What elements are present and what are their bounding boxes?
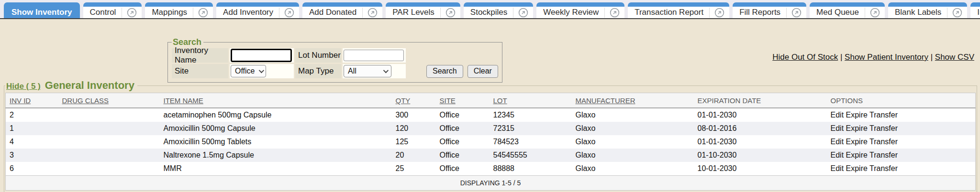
tab-blank-labels[interactable]: Blank Labels bbox=[888, 2, 967, 18]
col-header-options: OPTIONS bbox=[827, 93, 976, 108]
site-select[interactable]: Office bbox=[231, 65, 266, 77]
cell-inv-id: 1 bbox=[6, 122, 58, 135]
col-header-label: EXPIRATION DATE bbox=[698, 96, 761, 105]
map-type-select[interactable]: All bbox=[344, 65, 391, 77]
inventory-app: Show InventoryControlMappingsAdd Invento… bbox=[0, 0, 980, 192]
tab-mappings[interactable]: Mappings bbox=[145, 2, 213, 18]
search-button[interactable]: Search bbox=[426, 65, 463, 78]
transfer-action[interactable]: Transfer bbox=[869, 151, 898, 159]
show-patient-inventory-link[interactable]: Show Patient Inventory bbox=[845, 53, 928, 62]
tab-add-inventory[interactable]: Add Inventory bbox=[216, 2, 299, 18]
map-type-select-value: All bbox=[348, 67, 356, 75]
inventory-row: 2acetaminophen 500mg Capsule300Office123… bbox=[6, 108, 976, 122]
cell-drug-class bbox=[58, 108, 160, 122]
inventory-name-label: Inventory Name bbox=[172, 48, 228, 63]
cell-item-name: Naltrexone 1.5mg Capsule bbox=[160, 149, 392, 162]
transfer-action[interactable]: Transfer bbox=[869, 124, 898, 132]
cell-drug-class bbox=[58, 162, 160, 176]
edit-action[interactable]: Edit bbox=[831, 124, 844, 132]
tab-label: Stockpiles bbox=[470, 8, 507, 17]
edit-action[interactable]: Edit bbox=[831, 138, 844, 146]
cell-drug-class bbox=[58, 122, 160, 135]
col-header-drug-class[interactable]: DRUG CLASS bbox=[58, 93, 160, 108]
col-header-qty[interactable]: QTY bbox=[392, 93, 436, 108]
open-in-new-icon[interactable] bbox=[279, 8, 294, 18]
tab-import[interactable]: Import bbox=[970, 2, 980, 18]
col-header-site[interactable]: SITE bbox=[436, 93, 490, 108]
tab-transaction-report[interactable]: Transaction Report bbox=[628, 2, 729, 18]
tab-med-queue[interactable]: Med Queue bbox=[810, 2, 885, 18]
col-header-label: ITEM NAME bbox=[164, 96, 203, 105]
open-in-new-icon[interactable] bbox=[604, 8, 620, 18]
open-in-new-icon[interactable] bbox=[947, 8, 962, 18]
cell-site: Office bbox=[436, 149, 490, 162]
cell-inv-id: 2 bbox=[6, 108, 58, 122]
search-form: Inventory Name Lot Number Site Office Ma… bbox=[172, 48, 498, 78]
inventory-name-input[interactable] bbox=[231, 49, 292, 62]
cell-item-name: Amoxicillin 500mg Capsule bbox=[160, 122, 392, 135]
tab-label: Control bbox=[90, 8, 116, 17]
open-in-new-icon[interactable] bbox=[193, 8, 208, 18]
show-csv-link[interactable]: Show CSV bbox=[935, 53, 974, 62]
open-in-new-icon[interactable] bbox=[786, 8, 802, 18]
inventory-panel: Hide ( 5 ) General Inventory INV IDDRUG … bbox=[4, 79, 977, 192]
col-header-item-name[interactable]: ITEM NAME bbox=[160, 93, 392, 108]
open-in-new-icon[interactable] bbox=[440, 8, 456, 18]
expire-action[interactable]: Expire bbox=[846, 151, 868, 159]
tab-show-inventory[interactable]: Show Inventory bbox=[4, 2, 80, 18]
col-header-inv-id[interactable]: INV ID bbox=[6, 93, 58, 108]
open-in-new-icon[interactable] bbox=[709, 8, 724, 18]
expire-action[interactable]: Expire bbox=[846, 111, 868, 119]
tab-add-donated[interactable]: Add Donated bbox=[302, 2, 382, 18]
inventory-header-row: INV IDDRUG CLASSITEM NAMEQTYSITELOTMANUF… bbox=[6, 93, 976, 108]
col-header-manufacturer[interactable]: MANUFACTURER bbox=[572, 93, 694, 108]
tab-control[interactable]: Control bbox=[83, 2, 142, 18]
col-header-expiration-date: EXPIRATION DATE bbox=[694, 93, 827, 108]
inventory-table: INV IDDRUG CLASSITEM NAMEQTYSITELOTMANUF… bbox=[5, 93, 976, 191]
content: Search Inventory Name Lot Number Site Of… bbox=[0, 19, 980, 191]
transfer-action[interactable]: Transfer bbox=[869, 164, 898, 172]
hide-link[interactable]: Hide ( 5 ) bbox=[6, 82, 41, 91]
cell-options: Edit Expire Transfer bbox=[827, 162, 976, 176]
cell-manufacturer: Glaxo bbox=[572, 162, 694, 176]
site-select-value: Office bbox=[235, 67, 255, 75]
tab-fill-reports[interactable]: Fill Reports bbox=[733, 2, 806, 18]
edit-action[interactable]: Edit bbox=[831, 164, 844, 172]
open-in-new-icon[interactable] bbox=[362, 8, 378, 18]
cell-expiration-date: 08-01-2016 bbox=[694, 122, 827, 135]
tab-par-levels[interactable]: PAR Levels bbox=[386, 2, 460, 18]
open-in-new-icon[interactable] bbox=[122, 8, 137, 18]
transfer-action[interactable]: Transfer bbox=[869, 138, 898, 146]
cell-manufacturer: Glaxo bbox=[572, 108, 694, 122]
transfer-action[interactable]: Transfer bbox=[869, 111, 898, 119]
tab-label: Import bbox=[977, 8, 980, 17]
tab-weekly-review[interactable]: Weekly Review bbox=[536, 2, 624, 18]
cell-options: Edit Expire Transfer bbox=[827, 108, 976, 122]
edit-action[interactable]: Edit bbox=[831, 151, 844, 159]
cell-drug-class bbox=[58, 149, 160, 162]
map-type-cell: All bbox=[343, 64, 406, 78]
cell-site: Office bbox=[436, 135, 490, 149]
tab-label: Blank Labels bbox=[895, 8, 941, 17]
tab-label: Add Inventory bbox=[223, 8, 273, 17]
clear-button[interactable]: Clear bbox=[468, 65, 498, 78]
expire-action[interactable]: Expire bbox=[846, 124, 868, 132]
top-nav: Show InventoryControlMappingsAdd Invento… bbox=[0, 0, 980, 19]
cell-site: Office bbox=[436, 122, 490, 135]
expire-action[interactable]: Expire bbox=[846, 138, 868, 146]
site-cell: Office bbox=[230, 64, 294, 78]
edit-action[interactable]: Edit bbox=[831, 111, 844, 119]
open-in-new-icon[interactable] bbox=[513, 8, 528, 18]
cell-lot: 72315 bbox=[490, 122, 572, 135]
hide-out-of-stock-link[interactable]: Hide Out Of Stock bbox=[772, 53, 838, 62]
lot-number-cell bbox=[343, 48, 406, 63]
inventory-row: 6MMR25Office88888Glaxo10-01-2030Edit Exp… bbox=[6, 162, 976, 176]
expire-action[interactable]: Expire bbox=[846, 164, 868, 172]
lot-number-input[interactable] bbox=[344, 50, 404, 61]
open-in-new-icon[interactable] bbox=[865, 8, 880, 18]
tab-stockpiles[interactable]: Stockpiles bbox=[464, 2, 533, 18]
paging-status: DISPLAYING 1-5 / 5 bbox=[6, 176, 976, 191]
col-header-lot[interactable]: LOT bbox=[490, 93, 572, 108]
cell-drug-class bbox=[58, 135, 160, 149]
inventory-footer-row: DISPLAYING 1-5 / 5 bbox=[6, 176, 976, 191]
